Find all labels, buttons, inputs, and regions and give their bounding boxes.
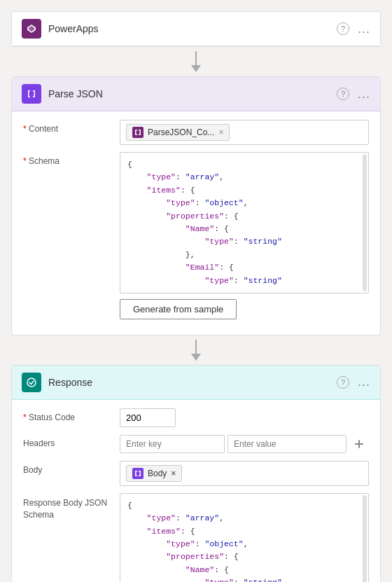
parse-json-header: Parse JSON ? ... xyxy=(12,77,380,111)
parse-json-card: Parse JSON ? ... * Content xyxy=(11,76,381,335)
flow-container: PowerApps ? ... Parse JSON ? ... xyxy=(11,11,381,582)
powerapps-more-icon[interactable]: ... xyxy=(358,22,370,36)
response-body-value: Body × xyxy=(120,461,369,486)
response-body-label: Body xyxy=(23,461,114,475)
response-status-label: * Status Code xyxy=(23,408,114,422)
response-status-input[interactable] xyxy=(120,408,176,427)
svg-point-0 xyxy=(27,378,36,387)
response-body-token-icon xyxy=(132,468,144,479)
parse-json-schema-wrapper: { "type": "array", "items": { "type": "o… xyxy=(120,152,369,293)
powerapps-header: PowerApps ? ... xyxy=(12,12,380,46)
response-headers-label: Headers xyxy=(23,434,114,448)
response-body: * Status Code Headers xyxy=(12,400,380,582)
powerapps-icon xyxy=(22,19,41,39)
response-body-token-text: Body xyxy=(148,469,167,478)
response-schema-label: Response Body JSON Schema xyxy=(23,493,114,521)
response-schema-editor[interactable]: { "type": "array", "items": { "type": "o… xyxy=(120,493,369,582)
parse-json-schema-value: { "type": "array", "items": { "type": "o… xyxy=(120,152,369,319)
parse-json-more-icon[interactable]: ... xyxy=(358,87,370,102)
arrow-2 xyxy=(191,335,201,365)
parse-json-schema-row: * Schema { "type": "array", "items": { "… xyxy=(23,152,369,319)
response-headers-row: Headers xyxy=(23,434,369,454)
parse-json-title: Parse JSON xyxy=(48,88,103,99)
response-actions: ? ... xyxy=(337,375,370,389)
parse-json-help-icon[interactable]: ? xyxy=(337,88,349,100)
arrow-line-2 xyxy=(195,340,197,354)
response-headers-inputs xyxy=(120,434,369,454)
response-title: Response xyxy=(48,377,92,388)
response-schema-wrapper: { "type": "array", "items": { "type": "o… xyxy=(120,493,369,582)
response-body-token: Body × xyxy=(126,465,182,482)
arrow-head-1 xyxy=(191,65,201,72)
response-help-icon[interactable]: ? xyxy=(337,376,349,389)
response-headers-value xyxy=(120,434,369,454)
powerapps-card: PowerApps ? ... xyxy=(11,11,381,47)
response-headers-key-input[interactable] xyxy=(120,435,225,453)
response-body-input[interactable]: Body × xyxy=(120,461,369,486)
response-body-token-close[interactable]: × xyxy=(171,469,176,478)
response-card: Response ? ... * Status Code Headers xyxy=(11,365,381,582)
response-more-icon[interactable]: ... xyxy=(358,375,370,389)
response-headers-value-input[interactable] xyxy=(227,435,346,453)
response-body-row: Body Body × xyxy=(23,461,369,486)
parse-json-content-label: * Content xyxy=(23,120,114,134)
parse-json-token-close[interactable]: × xyxy=(218,127,223,137)
response-schema-row: Response Body JSON Schema { "type": "arr… xyxy=(23,493,369,582)
parse-json-content-token: ParseJSON_Co... × xyxy=(126,124,230,141)
response-schema-scrollbar[interactable] xyxy=(363,495,367,582)
arrow-line-1 xyxy=(195,51,197,65)
parse-json-content-value: ParseJSON_Co... × xyxy=(120,120,369,145)
powerapps-actions: ? ... xyxy=(337,22,370,36)
powerapps-help-icon[interactable]: ? xyxy=(337,22,349,35)
parse-json-body: * Content ParseJSON_Co... × xyxy=(12,111,380,335)
arrow-1 xyxy=(191,47,201,76)
arrow-head-2 xyxy=(191,354,201,361)
response-headers-delete-icon[interactable] xyxy=(349,434,369,454)
parse-json-icon xyxy=(22,84,41,104)
parse-json-content-row: * Content ParseJSON_Co... × xyxy=(23,120,369,145)
parse-json-actions: ? ... xyxy=(337,87,370,102)
response-icon xyxy=(22,373,41,392)
response-header: Response ? ... xyxy=(12,366,380,400)
powerapps-title: PowerApps xyxy=(48,23,99,34)
parse-json-token-icon xyxy=(132,127,144,138)
response-status-value xyxy=(120,408,369,427)
parse-json-schema-editor[interactable]: { "type": "array", "items": { "type": "o… xyxy=(120,152,369,293)
response-status-row: * Status Code xyxy=(23,408,369,427)
parse-json-content-input[interactable]: ParseJSON_Co... × xyxy=(120,120,369,145)
parse-json-schema-scrollbar[interactable] xyxy=(363,154,367,291)
response-schema-value: { "type": "array", "items": { "type": "o… xyxy=(120,493,369,582)
svg-rect-2 xyxy=(358,440,360,448)
parse-json-token-text: ParseJSON_Co... xyxy=(148,127,214,137)
parse-json-generate-btn[interactable]: Generate from sample xyxy=(120,299,237,319)
parse-json-schema-label: * Schema xyxy=(23,152,114,166)
